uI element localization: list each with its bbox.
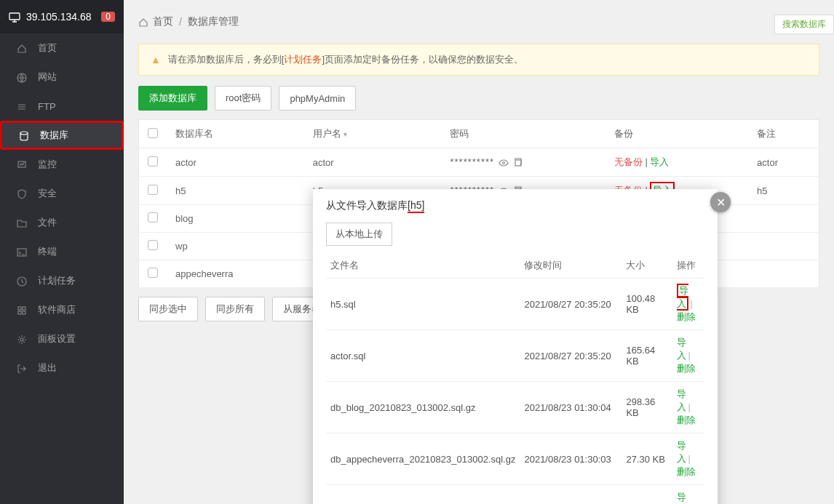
checkbox[interactable]	[148, 268, 158, 278]
import-link[interactable]: 导入	[650, 156, 669, 167]
file-import-link[interactable]: 导入	[677, 337, 686, 361]
file-delete-link[interactable]: 删除	[677, 415, 696, 425]
gear-icon	[15, 333, 29, 345]
col-filename: 文件名	[326, 253, 520, 279]
sidebar-item-clock[interactable]: 计划任务	[0, 266, 124, 295]
import-modal: ✕ 从文件导入数据库[h5] 从本地上传 文件名 修改时间 大小 操作 h5.s…	[313, 189, 718, 504]
svg-rect-0	[9, 13, 20, 20]
db-name: actor	[167, 148, 304, 177]
svg-rect-6	[18, 307, 21, 310]
db-remark: h5	[748, 177, 819, 205]
sidebar-item-label: 安全	[38, 187, 57, 200]
file-name: db_appecheverra_20210823_013002.sql.gz	[326, 433, 520, 485]
sidebar-item-label: 面板设置	[38, 332, 76, 345]
sidebar-item-apps[interactable]: 软件商店	[0, 295, 124, 324]
file-table: 文件名 修改时间 大小 操作 h5.sql2021/08/27 20:35:20…	[326, 253, 704, 504]
col-mtime: 修改时间	[520, 253, 621, 279]
checkbox[interactable]	[148, 185, 158, 195]
sidebar-item-folder[interactable]: 文件	[0, 208, 124, 237]
db-remark	[748, 205, 819, 233]
file-row: db_blog_20210819_170321.sql.gz2021/08/19…	[326, 485, 704, 505]
sidebar-item-shield[interactable]: 安全	[0, 179, 124, 208]
globe-icon	[15, 71, 29, 83]
file-import-link[interactable]: 导入	[677, 284, 688, 311]
checkbox[interactable]	[148, 240, 158, 250]
upload-local-button[interactable]: 从本地上传	[326, 223, 392, 246]
home-icon	[15, 42, 29, 54]
sidebar-item-exit[interactable]: 退出	[0, 353, 124, 383]
warning-icon: ▲	[151, 54, 161, 65]
sidebar-item-label: 数据库	[40, 129, 68, 142]
file-delete-link[interactable]: 删除	[677, 466, 696, 477]
svg-rect-12	[515, 160, 521, 166]
sidebar-item-gear[interactable]: 面板设置	[0, 324, 124, 353]
file-mtime: 2021/08/27 20:35:20	[520, 330, 621, 382]
db-icon	[17, 129, 31, 141]
sync-all-button[interactable]: 同步所有	[205, 297, 265, 321]
db-name: appecheverra	[167, 260, 304, 288]
root-password-button[interactable]: root密码	[215, 86, 271, 111]
plan-task-link[interactable]: 计划任务	[284, 54, 322, 65]
file-delete-link[interactable]: 删除	[677, 311, 696, 322]
file-size: 298.36 KB	[621, 382, 672, 433]
sidebar-item-label: 文件	[38, 216, 57, 229]
col-user[interactable]: 用户名	[304, 120, 442, 148]
sidebar-item-ftp[interactable]: FTP	[0, 92, 124, 121]
warning-bar: ▲ 请在添加数据库后，务必到[计划任务]页面添加定时备份任务，以确保您的数据安全…	[138, 44, 819, 76]
breadcrumb-current: 数据库管理	[188, 15, 239, 28]
table-row: actoractor**********无备份 | 导入actor	[139, 148, 819, 177]
sidebar-item-home[interactable]: 首页	[0, 33, 124, 63]
file-row: actor.sql2021/08/27 20:35:20165.64 KB导入|…	[326, 330, 704, 382]
folder-icon	[15, 217, 29, 228]
shield-icon	[15, 188, 29, 199]
db-remark	[748, 233, 819, 260]
file-size: 165.64 KB	[621, 330, 672, 382]
file-import-link[interactable]: 导入	[677, 388, 686, 412]
sidebar-item-globe[interactable]: 网站	[0, 63, 124, 92]
col-remark: 备注	[748, 120, 819, 148]
sidebar: 39.105.134.68 0 首页网站FTP数据库监控安全文件终端计划任务软件…	[0, 0, 124, 504]
col-size: 大小	[621, 253, 672, 279]
sidebar-item-label: FTP	[38, 101, 56, 112]
db-user: actor	[304, 148, 442, 177]
file-mtime: 2021/08/23 01:30:03	[520, 433, 621, 485]
breadcrumb-sep: /	[179, 16, 182, 28]
sync-selected-button[interactable]: 同步选中	[138, 297, 198, 321]
terminal-icon	[15, 246, 29, 257]
monitor-icon	[9, 11, 20, 23]
file-import-link[interactable]: 导入	[677, 492, 686, 504]
modal-title: 从文件导入数据库[h5]	[313, 189, 718, 218]
phpmyadmin-button[interactable]: phpMyAdmin	[279, 86, 356, 111]
file-import-link[interactable]: 导入	[677, 440, 686, 464]
checkbox[interactable]	[148, 156, 158, 167]
file-name: actor.sql	[326, 330, 520, 382]
file-name: db_blog_20210823_013002.sql.gz	[326, 382, 520, 433]
breadcrumb-home[interactable]: 首页	[153, 15, 173, 28]
file-row: db_blog_20210823_013002.sql.gz2021/08/23…	[326, 382, 704, 433]
add-database-button[interactable]: 添加数据库	[138, 86, 207, 111]
notification-badge[interactable]: 0	[101, 12, 115, 22]
file-delete-link[interactable]: 删除	[677, 363, 696, 374]
checkbox[interactable]	[148, 212, 158, 223]
close-icon[interactable]: ✕	[710, 192, 731, 212]
sidebar-item-terminal[interactable]: 终端	[0, 237, 124, 266]
copy-icon[interactable]	[513, 156, 523, 167]
file-size: 27.30 KB	[621, 433, 672, 485]
search-database-button[interactable]: 搜索数据库	[774, 15, 834, 34]
sidebar-header: 39.105.134.68 0	[0, 0, 124, 33]
exit-icon	[15, 362, 29, 374]
svg-point-2	[20, 132, 28, 135]
checkbox-all[interactable]	[148, 128, 158, 138]
ftp-icon	[15, 100, 29, 112]
sidebar-item-monitor[interactable]: 监控	[0, 150, 124, 179]
file-name: h5.sql	[326, 279, 520, 330]
file-name: db_blog_20210819_170321.sql.gz	[326, 485, 520, 505]
monitor-icon	[15, 159, 29, 170]
eye-icon[interactable]	[499, 156, 509, 168]
svg-rect-7	[23, 307, 25, 310]
db-name: blog	[167, 205, 304, 233]
sidebar-item-db[interactable]: 数据库	[0, 121, 124, 150]
db-remark	[748, 260, 819, 288]
sidebar-item-label: 网站	[38, 71, 57, 84]
db-remark: actor	[748, 148, 819, 177]
